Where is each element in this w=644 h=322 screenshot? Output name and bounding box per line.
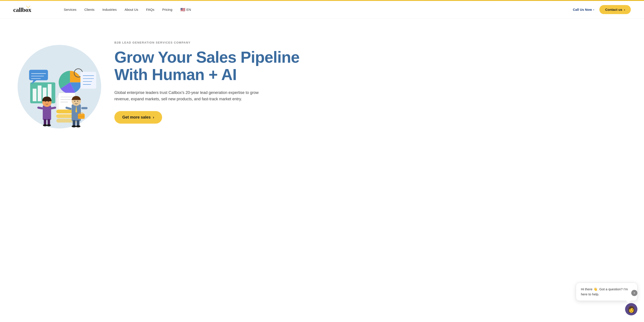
hero-illustration	[18, 36, 101, 128]
svg-point-54	[77, 101, 78, 102]
hero-eyebrow: B2B LEAD GENERATION SERVICES COMPANY	[114, 41, 312, 44]
svg-point-53	[74, 101, 75, 102]
call-us-label: Call Us Now	[573, 8, 592, 12]
nav-services[interactable]: Services	[64, 8, 76, 12]
cta-btn-chevron: ›	[153, 115, 154, 120]
hero-content: B2B LEAD GENERATION SERVICES COMPANY Gro…	[114, 41, 312, 124]
contact-btn-label: Contact us	[605, 8, 622, 12]
svg-rect-21	[80, 72, 96, 89]
header-right: Call Us Now › Contact us ›	[573, 5, 631, 14]
nav-faqs[interactable]: FAQs	[146, 8, 154, 12]
svg-point-29	[41, 120, 53, 124]
svg-point-33	[43, 124, 47, 126]
logo-svg: callbox	[13, 4, 50, 15]
get-more-sales-button[interactable]: Get more sales ›	[114, 111, 162, 124]
hero-description: Global enterprise leaders trust Callbox'…	[114, 90, 264, 102]
hero-title: Grow Your Sales Pipeline With Human + AI	[114, 48, 312, 83]
call-us-link[interactable]: Call Us Now ›	[573, 8, 594, 12]
svg-point-34	[47, 124, 51, 126]
svg-text:callbox: callbox	[13, 6, 32, 13]
hero-illustration-svg	[22, 40, 101, 128]
nav-clients[interactable]: Clients	[84, 8, 94, 12]
svg-point-45	[72, 125, 76, 128]
contact-btn-chevron: ›	[624, 8, 625, 12]
svg-rect-51	[82, 107, 88, 109]
svg-point-38	[45, 101, 46, 102]
flag-icon: 🇺🇸	[180, 7, 185, 12]
svg-rect-35	[37, 106, 43, 110]
lang-code: EN	[186, 8, 191, 12]
language-selector[interactable]: 🇺🇸 EN	[180, 7, 191, 12]
svg-rect-30	[43, 105, 51, 120]
svg-rect-4	[38, 86, 41, 101]
logo[interactable]: callbox	[13, 4, 50, 15]
svg-point-39	[48, 101, 49, 102]
svg-rect-3	[33, 89, 36, 101]
hero-title-line2: With Human + AI	[114, 66, 237, 83]
nav-industries[interactable]: Industries	[102, 8, 116, 12]
hero-title-line1: Grow Your Sales Pipeline	[114, 48, 300, 66]
cta-btn-label: Get more sales	[122, 115, 151, 120]
hero-section: B2B LEAD GENERATION SERVICES COMPANY Gro…	[0, 18, 644, 146]
call-us-chevron: ›	[593, 8, 594, 11]
nav-about-us[interactable]: About Us	[124, 8, 138, 12]
header: callbox Services Clients Industries Abou…	[0, 1, 644, 18]
svg-point-46	[76, 125, 80, 128]
main-nav: Services Clients Industries About Us FAQ…	[64, 7, 573, 12]
nav-pricing[interactable]: Pricing	[162, 8, 172, 12]
contact-us-button[interactable]: Contact us ›	[599, 5, 631, 14]
